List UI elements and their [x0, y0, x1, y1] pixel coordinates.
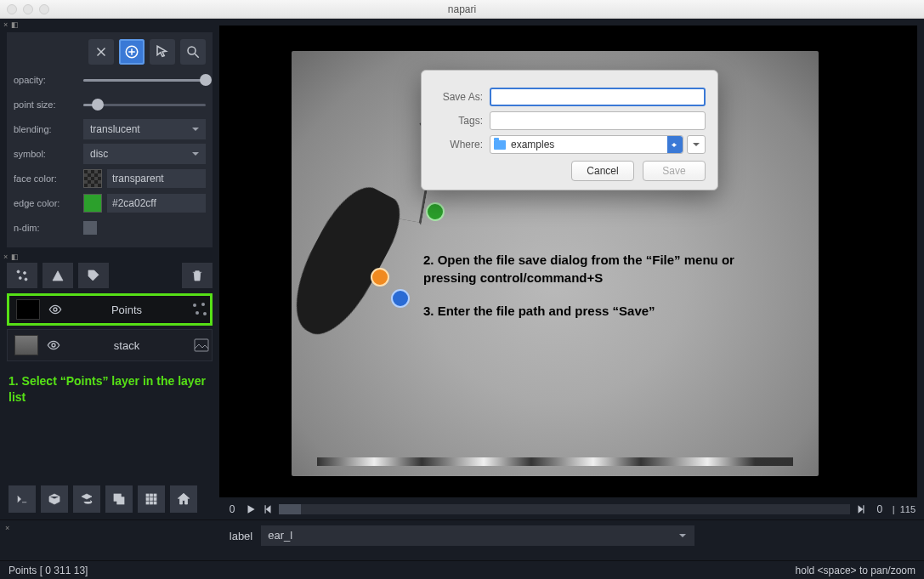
ndisplay-2d-button[interactable] [41, 485, 68, 513]
window-title: napari [0, 3, 924, 15]
symbol-select[interactable]: disc [83, 144, 206, 164]
point-marker-orange[interactable] [371, 268, 389, 287]
slider-handle[interactable] [279, 504, 301, 514]
pointsize-label: point size: [14, 99, 83, 110]
home-button[interactable] [170, 485, 197, 513]
svg-rect-26 [154, 498, 156, 501]
new-labels-layer-button[interactable] [78, 263, 109, 288]
status-bar: Points [ 0 311 13] hold <space> to pan/z… [0, 560, 924, 579]
layer-name: stack [62, 339, 191, 352]
titlebar: napari [0, 0, 924, 19]
select-points-button[interactable] [150, 39, 175, 65]
eye-icon[interactable] [45, 338, 62, 352]
svg-rect-21 [146, 494, 149, 497]
where-label: Where: [434, 139, 483, 150]
pointsize-slider[interactable] [83, 99, 206, 111]
slider-total: 115 [900, 504, 915, 514]
slider-right-value: 0 [872, 503, 887, 515]
svg-rect-29 [154, 502, 156, 504]
svg-rect-22 [150, 494, 153, 497]
svg-rect-20 [114, 494, 121, 501]
slider-track[interactable] [279, 504, 850, 514]
step-forward-icon[interactable] [855, 503, 867, 515]
facecolor-label: face color: [14, 173, 83, 184]
step-back-icon[interactable] [262, 503, 274, 515]
dock-popout-icon[interactable]: ◧ [11, 20, 19, 29]
svg-point-17 [52, 343, 55, 347]
tags-input[interactable] [490, 111, 706, 130]
facecolor-value[interactable]: transparent [107, 169, 206, 188]
symbol-label: symbol: [14, 149, 83, 159]
svg-point-10 [25, 278, 27, 281]
new-shapes-layer-button[interactable] [43, 263, 73, 288]
annotation-step3: 3. Enter the file path and press “Save” [423, 302, 746, 320]
svg-point-12 [54, 308, 57, 311]
slider-left-value: 0 [224, 503, 240, 515]
console-button[interactable] [9, 485, 36, 513]
canvas-panel: 2. Open the file save dialog from the “F… [219, 19, 924, 519]
layer-item-points[interactable]: Points [7, 293, 213, 326]
pan-zoom-button[interactable] [180, 39, 206, 65]
left-panel: × ◧ [0, 19, 219, 519]
label-select[interactable]: ear_l [261, 525, 694, 546]
layer-thumbnail [16, 299, 40, 320]
new-points-layer-button[interactable] [7, 263, 37, 288]
grid-button[interactable] [138, 485, 165, 513]
status-right: hold <space> to pan/zoom [796, 565, 915, 576]
layer-item-stack[interactable]: stack [7, 329, 213, 361]
transpose-dims-button[interactable] [105, 485, 133, 513]
blending-select[interactable]: translucent [83, 119, 206, 139]
dock-close-icon[interactable]: × [3, 20, 8, 29]
cancel-button[interactable]: Cancel [571, 161, 634, 181]
image-type-icon [191, 335, 212, 355]
svg-point-11 [91, 273, 93, 275]
annotation-step2: 2. Open the file save dialog from the “F… [423, 251, 746, 287]
layer-name: Points [64, 304, 190, 316]
point-marker-blue[interactable] [391, 289, 410, 308]
tags-label: Tags: [434, 115, 483, 127]
edgecolor-value[interactable]: #2ca02cff [107, 194, 206, 213]
svg-point-8 [24, 272, 26, 275]
dock-popout-icon[interactable]: ◧ [11, 253, 19, 261]
add-points-button[interactable] [119, 39, 145, 65]
dims-slider: 0 0 | 115 [219, 497, 924, 519]
svg-rect-18 [195, 339, 208, 351]
updown-icon [667, 136, 683, 153]
svg-point-15 [196, 311, 199, 315]
blending-label: blending: [14, 124, 83, 134]
label-label: label [230, 530, 252, 542]
viewer-canvas[interactable]: 2. Open the file save dialog from the “F… [219, 26, 917, 497]
svg-point-13 [193, 304, 196, 307]
points-type-icon [190, 299, 210, 320]
roll-dims-button[interactable] [73, 485, 100, 513]
edgecolor-swatch[interactable] [83, 194, 102, 213]
slider-sep: | [893, 504, 895, 514]
folder-icon [494, 140, 506, 150]
point-marker-green[interactable] [426, 202, 445, 221]
svg-rect-25 [150, 498, 153, 501]
save-button[interactable]: Save [643, 161, 706, 181]
saveas-input[interactable] [490, 88, 706, 106]
svg-point-9 [19, 277, 21, 280]
svg-rect-28 [150, 502, 153, 504]
svg-point-14 [201, 303, 205, 306]
delete-points-button[interactable] [88, 39, 114, 65]
where-select[interactable]: examples [490, 135, 683, 154]
eye-icon[interactable] [47, 303, 64, 316]
dock-close-icon[interactable]: × [3, 253, 8, 261]
expand-dialog-button[interactable] [687, 135, 706, 154]
saveas-label: Save As: [434, 91, 483, 103]
svg-point-16 [203, 312, 207, 315]
status-left: Points [ 0 311 13] [9, 565, 88, 576]
save-dialog: Save As: Tags: Where: examples [421, 70, 718, 190]
delete-layer-button[interactable] [182, 263, 213, 288]
annotation-step1: 1. Select “Points” layer in the layer li… [9, 373, 211, 406]
play-icon[interactable] [245, 503, 257, 515]
dock-close-icon[interactable]: × [5, 524, 9, 532]
opacity-slider[interactable] [83, 74, 206, 86]
ndim-checkbox[interactable] [83, 221, 97, 235]
svg-line-6 [195, 54, 199, 58]
facecolor-swatch[interactable] [83, 169, 102, 188]
layerlist-dock-header: × ◧ [0, 251, 219, 263]
layer-controls: opacity: point size: blending: transluce… [7, 32, 213, 247]
